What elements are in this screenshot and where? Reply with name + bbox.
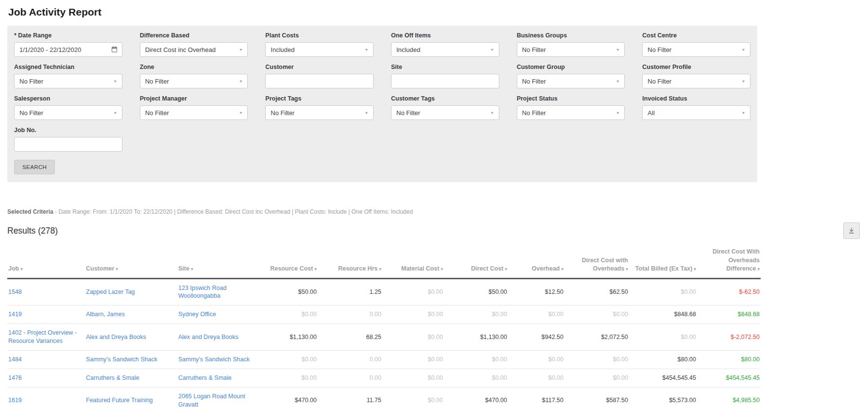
project-tags-field: Project Tags No Filter ▼ (265, 95, 374, 120)
column-header-difference[interactable]: Direct Cost With Overheads Difference▾ (697, 246, 761, 278)
selected-value: Included (271, 46, 294, 53)
job-link[interactable]: 1548 (8, 288, 22, 295)
chevron-down-icon: ▼ (238, 48, 243, 52)
column-header-direct-cost[interactable]: Direct Cost▾ (444, 246, 508, 278)
customer-cell: Featured Future Training (85, 387, 177, 407)
cost-centre-select[interactable]: No Filter ▼ (642, 42, 750, 57)
resource-cost-cell: $470.00 (267, 387, 318, 407)
selected-criteria: Selected Criteria - Date Range: From: 1/… (7, 208, 861, 215)
resource-hrs-cell: 11.75 (318, 387, 382, 407)
site-link[interactable]: Alex and Dreya Books (178, 334, 238, 340)
filter-label-customer-profile: Customer Profile (642, 64, 750, 70)
job-link[interactable]: 1419 (8, 311, 22, 318)
results-header: Results (278) (7, 222, 860, 239)
filter-label-job-no: Job No. (14, 127, 122, 134)
column-header-site[interactable]: Site▾ (177, 246, 267, 278)
customer-cell: Sammy's Sandwich Shack (85, 350, 177, 369)
business-groups-select[interactable]: No Filter ▼ (517, 42, 625, 57)
customer-link[interactable]: Alex and Dreya Books (86, 334, 146, 340)
site-cell: 123 Ipswich Road Woolloongabba (177, 278, 267, 305)
results-title: Results (278) (7, 226, 58, 236)
job-link[interactable]: 1476 (8, 374, 22, 381)
customer-link[interactable]: Albarn, James (86, 311, 125, 318)
filter-label-salesperson: Salesperson (14, 95, 122, 102)
customer-group-select[interactable]: No Filter ▼ (517, 74, 625, 88)
table-row: 1476 Carruthers & Smale Carruthers & Sma… (7, 369, 761, 387)
column-header-resource-cost[interactable]: Resource Cost▾ (267, 246, 318, 278)
column-header-resource-hrs[interactable]: Resource Hrs▾ (318, 246, 382, 278)
column-header-material-cost[interactable]: Material Cost▾ (382, 246, 444, 278)
site-link[interactable]: 2065 Logan Road Mount Gravatt (178, 393, 245, 407)
calendar-icon[interactable] (111, 46, 118, 53)
column-header-direct-cost-with-overheads[interactable]: Direct Cost with Overheads▾ (564, 246, 629, 278)
project-status-select[interactable]: No Filter ▼ (517, 105, 625, 120)
selected-value: No Filter (522, 46, 546, 53)
sort-icon: ▾ (379, 267, 381, 271)
table-row: 1484 Sammy's Sandwich Shack Sammy's Sand… (7, 350, 761, 369)
chevron-down-icon: ▼ (238, 79, 243, 84)
filter-panel: * Date Range Difference Based Direct Cos… (7, 26, 757, 182)
chevron-down-icon: ▼ (741, 111, 746, 115)
resource-cost-cell: $50.00 (267, 278, 318, 305)
plant-costs-select[interactable]: Included ▼ (265, 42, 374, 57)
column-header-total-billed[interactable]: Total Billed (Ex Tax)▾ (629, 246, 697, 278)
column-header-overhead[interactable]: Overhead▾ (508, 246, 564, 278)
customer-group-field: Customer Group No Filter ▼ (517, 64, 625, 88)
filter-label-project-tags: Project Tags (265, 95, 374, 102)
table-row: 1619 Featured Future Training 2065 Logan… (7, 387, 761, 407)
salesperson-select[interactable]: No Filter ▼ (14, 105, 122, 120)
zone-select[interactable]: No Filter ▼ (140, 74, 248, 88)
direct-cost-with-overheads-cell: $2,072.50 (564, 324, 629, 351)
job-link[interactable]: 1402 - Project Overview - Resource Varia… (8, 329, 77, 344)
customer-link[interactable]: Featured Future Training (86, 397, 153, 404)
customer-tags-select[interactable]: No Filter ▼ (391, 105, 499, 120)
filter-label-plant-costs: Plant Costs (265, 32, 374, 39)
customer-cell: Albarn, James (85, 305, 177, 324)
difference-based-select[interactable]: Direct Cost inc Overhead ▼ (140, 42, 248, 57)
site-link[interactable]: Carruthers & Smale (178, 374, 232, 381)
download-button[interactable] (843, 222, 860, 239)
selected-value: No Filter (647, 46, 671, 53)
chevron-down-icon: ▼ (364, 111, 369, 115)
project-status-field: Project Status No Filter ▼ (517, 95, 625, 120)
column-header-job[interactable]: Job▾ (7, 246, 85, 278)
column-header-customer[interactable]: Customer▾ (85, 246, 177, 278)
site-link[interactable]: 123 Ipswich Road Woolloongabba (178, 285, 226, 300)
one-off-items-select[interactable]: Included ▼ (391, 42, 499, 57)
direct-cost-cell: $0.00 (444, 350, 508, 369)
customer-input[interactable] (265, 74, 374, 88)
job-no-input[interactable] (14, 137, 122, 152)
chevron-down-icon: ▼ (113, 79, 118, 84)
customer-profile-select[interactable]: No Filter ▼ (642, 74, 750, 88)
site-input[interactable] (391, 74, 499, 88)
invoiced-status-select[interactable]: All ▼ (642, 105, 750, 120)
project-tags-select[interactable]: No Filter ▼ (265, 105, 374, 120)
job-link[interactable]: 1484 (8, 356, 22, 363)
site-link[interactable]: Sammy's Sandwich Shack (178, 356, 250, 363)
job-cell: 1476 (7, 369, 85, 387)
total-billed-cell: $80.00 (629, 350, 697, 369)
site-link[interactable]: Sydney Office (178, 311, 216, 318)
customer-link[interactable]: Sammy's Sandwich Shack (86, 356, 157, 363)
customer-link[interactable]: Zapped Lazer Tag (86, 288, 135, 295)
customer-link[interactable]: Carruthers & Smale (86, 374, 139, 381)
search-button[interactable]: SEARCH (14, 160, 55, 174)
customer-tags-field: Customer Tags No Filter ▼ (391, 95, 499, 120)
project-manager-select[interactable]: No Filter ▼ (140, 105, 248, 120)
selected-value: No Filter (19, 109, 43, 117)
difference-cell: $-62.50 (697, 278, 761, 305)
sort-icon: ▾ (116, 267, 118, 271)
date-range-input[interactable] (14, 42, 122, 57)
plant-costs-field: Plant Costs Included ▼ (265, 32, 374, 57)
customer-cell: Carruthers & Smale (85, 369, 177, 387)
job-cell: 1402 - Project Overview - Resource Varia… (7, 324, 85, 351)
assigned-technician-select[interactable]: No Filter ▼ (14, 74, 122, 88)
site-cell: Alex and Dreya Books (177, 324, 267, 351)
job-link[interactable]: 1619 (8, 397, 22, 404)
table-header-row: Job▾ Customer▾ Site▾ Resource Cost▾ Reso… (7, 246, 761, 278)
difference-cell: $454,545.45 (697, 369, 761, 387)
chevron-down-icon: ▼ (741, 79, 746, 84)
total-billed-cell: $0.00 (629, 278, 697, 305)
chevron-down-icon: ▼ (490, 48, 494, 52)
download-icon (848, 227, 855, 235)
